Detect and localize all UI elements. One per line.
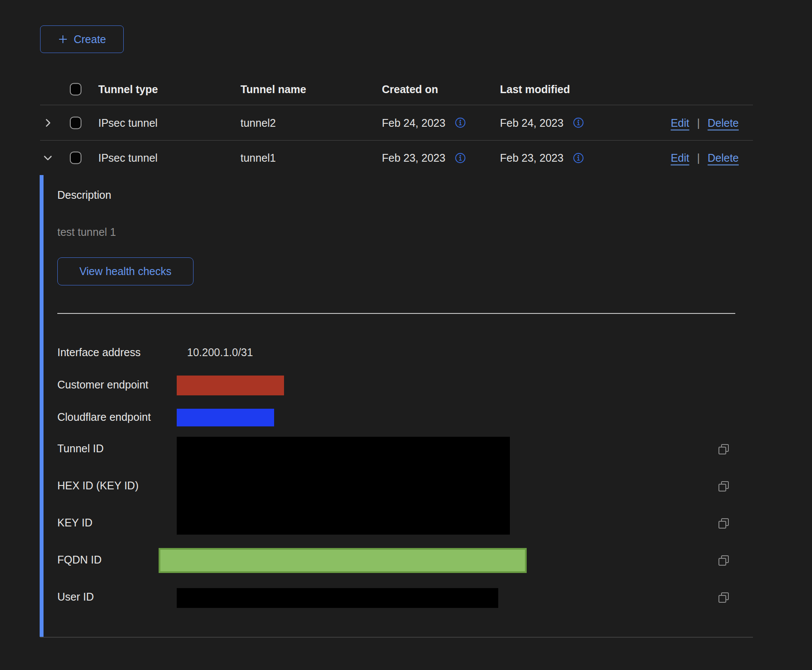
copy-icon — [718, 517, 730, 529]
row-checkbox[interactable] — [70, 152, 81, 164]
description-label: Description — [57, 189, 111, 201]
fqdn-id-redacted-value — [159, 548, 527, 573]
edit-link[interactable]: Edit — [671, 152, 689, 164]
last-modified-value: Feb 23, 2023 — [500, 152, 563, 164]
ids-redacted-value — [177, 437, 510, 535]
created-on-cell: Feb 24, 2023 — [382, 116, 466, 129]
description-value: test tunnel 1 — [57, 226, 116, 238]
header-last-modified: Last modified — [500, 83, 570, 95]
copy-tunnel-id-button[interactable] — [717, 443, 730, 456]
user-id-redacted-value — [177, 588, 498, 608]
info-icon[interactable] — [573, 117, 584, 128]
tunnels-page: Create Tunnel type Tunnel name Created o… — [0, 0, 812, 670]
copy-icon — [718, 480, 730, 492]
info-icon[interactable] — [455, 117, 466, 128]
table-row: IPsec tunnel tunnel1 Feb 23, 2023 Feb 23… — [40, 141, 753, 175]
copy-icon — [718, 554, 730, 567]
hex-id-label: HEX ID (KEY ID) — [57, 479, 138, 492]
copy-hex-id-button[interactable] — [717, 480, 730, 493]
tunnel-id-label: Tunnel ID — [57, 442, 103, 455]
chevron-right-icon — [42, 117, 53, 128]
delete-link[interactable]: Delete — [708, 116, 739, 129]
create-button-label: Create — [74, 33, 106, 46]
interface-address-label: Interface address — [57, 346, 141, 359]
customer-endpoint-label: Customer endpoint — [57, 379, 148, 391]
plus-icon — [58, 34, 68, 44]
info-icon[interactable] — [573, 152, 584, 163]
expand-row-button[interactable] — [41, 116, 54, 129]
copy-key-id-button[interactable] — [717, 517, 730, 530]
table-header-row: Tunnel type Tunnel name Created on Last … — [40, 73, 753, 105]
action-separator: | — [697, 116, 700, 129]
fqdn-id-label: FQDN ID — [57, 554, 102, 566]
interface-address-value: 10.200.1.0/31 — [187, 346, 253, 359]
created-on-cell: Feb 23, 2023 — [382, 152, 466, 164]
created-on-value: Feb 23, 2023 — [382, 152, 445, 164]
cloudflare-endpoint-redacted-value — [177, 409, 274, 426]
action-separator: | — [697, 152, 700, 164]
tunnel-name-cell: tunnel1 — [240, 152, 276, 164]
delete-link[interactable]: Delete — [708, 152, 739, 164]
created-on-value: Feb 24, 2023 — [382, 116, 445, 129]
create-button[interactable]: Create — [40, 25, 124, 53]
row-actions: Edit | Delete — [671, 116, 739, 129]
info-icon[interactable] — [455, 152, 466, 163]
tunnel-type-cell: IPsec tunnel — [98, 116, 158, 129]
table-row: IPsec tunnel tunnel2 Feb 24, 2023 Feb 24… — [40, 105, 753, 141]
last-modified-cell: Feb 24, 2023 — [500, 116, 584, 129]
customer-endpoint-redacted-value — [177, 376, 284, 395]
user-id-label: User ID — [57, 591, 94, 603]
row-checkbox[interactable] — [70, 116, 81, 129]
copy-icon — [718, 592, 730, 604]
copy-fqdn-id-button[interactable] — [717, 554, 730, 567]
key-id-label: KEY ID — [57, 517, 93, 529]
cloudflare-endpoint-label: Cloudflare endpoint — [57, 411, 151, 423]
last-modified-value: Feb 24, 2023 — [500, 116, 563, 129]
collapse-row-button[interactable] — [41, 151, 54, 164]
edit-link[interactable]: Edit — [671, 116, 689, 129]
chevron-down-icon — [42, 152, 53, 163]
header-tunnel-name: Tunnel name — [240, 83, 306, 95]
copy-user-id-button[interactable] — [717, 591, 730, 604]
select-all-checkbox[interactable] — [70, 83, 81, 95]
row-actions: Edit | Delete — [671, 152, 739, 164]
copy-icon — [718, 443, 730, 455]
tunnel-name-cell: tunnel2 — [240, 116, 276, 129]
expanded-row-bottom-divider — [40, 637, 753, 638]
tunnel-type-cell: IPsec tunnel — [98, 152, 158, 164]
view-health-checks-button[interactable]: View health checks — [57, 257, 194, 285]
expanded-row-indicator-bar — [40, 175, 44, 637]
last-modified-cell: Feb 23, 2023 — [500, 152, 584, 164]
details-divider — [57, 313, 735, 314]
header-created-on: Created on — [382, 83, 438, 95]
header-tunnel-type: Tunnel type — [98, 83, 158, 95]
